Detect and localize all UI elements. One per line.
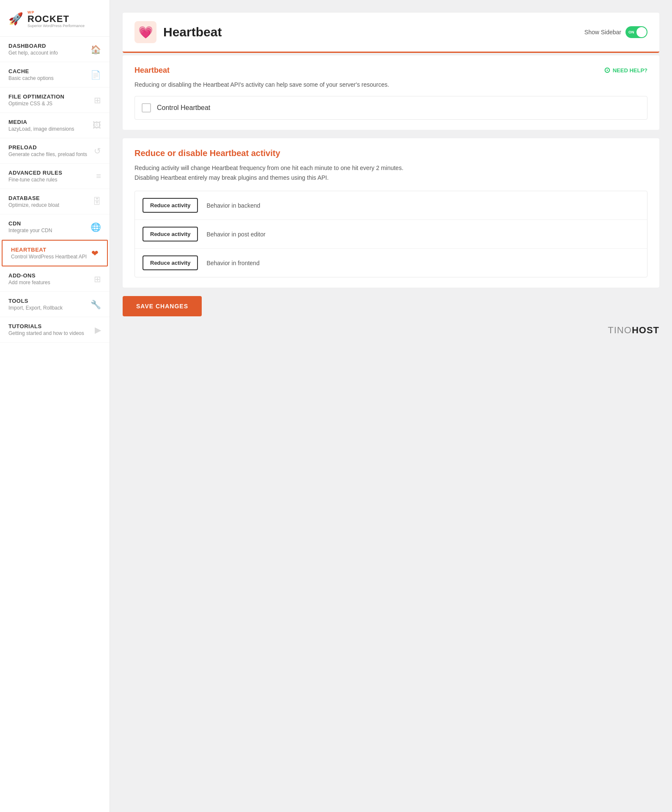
sidebar-item-subtitle-database: Optimize, reduce bloat [8,202,59,208]
sidebar-item-title-preload: PRELOAD [8,144,87,151]
sidebar-item-subtitle-file-optimization: Optimize CSS & JS [8,101,64,107]
sidebar-item-title-file-optimization: FILE OPTIMIZATION [8,93,64,100]
sidebar: 🚀 WP ROCKET Superior WordPress Performan… [0,0,110,812]
sidebar-item-icon-file-optimization: ⊞ [94,95,101,105]
reduce-description: Reducing activity will change Heartbeat … [134,163,647,182]
save-section: SAVE CHANGES [123,296,659,316]
sidebar-item-subtitle-dashboard: Get help, account info [8,50,58,56]
sidebar-item-subtitle-cdn: Integrate your CDN [8,228,52,233]
control-heartbeat-row: Control Heartbeat [134,96,647,120]
sidebar-item-subtitle-tutorials: Getting started and how to videos [8,330,84,336]
tino-text: TINO [608,325,632,335]
sidebar-item-preload[interactable]: PRELOADGenerate cache files, preload fon… [0,138,110,164]
sidebar-item-icon-database: 🗄 [93,197,101,206]
sidebar-item-subtitle-cache: Basic cache options [8,75,54,81]
toggle-switch[interactable]: ON [625,26,647,38]
behavior-table: Reduce activityBehavior in backendReduce… [134,191,647,277]
sidebar-item-subtitle-advanced-rules: Fine-tune cache rules [8,177,62,183]
sidebar-item-icon-heartbeat: ❤ [91,248,99,258]
sidebar-item-heartbeat[interactable]: HEARTBEATControl WordPress Heartbeat API… [2,240,108,266]
toggle-on-label: ON [628,30,634,34]
reduce-section: Reduce or disable Heartbeat activity Red… [123,138,659,288]
sidebar-item-icon-tools: 🔧 [91,299,101,310]
sidebar-toggle-label: Show Sidebar [584,29,621,36]
reduce-desc-line1: Reducing activity will change Heartbeat … [134,165,403,171]
sidebar-item-tools[interactable]: TOOLSImport, Export, Rollback🔧 [0,292,110,317]
help-icon: ⊙ [604,66,610,75]
sidebar-item-subtitle-tools: Import, Export, Rollback [8,305,63,311]
sidebar-item-subtitle-preload: Generate cache files, preload fonts [8,151,87,157]
sidebar-item-icon-add-ons: ⊞ [94,274,101,284]
need-help-button[interactable]: ⊙ NEED HELP? [604,66,647,75]
toggle-knob [636,27,647,37]
behavior-label-2: Behavior in frontend [206,260,259,266]
sidebar-item-file-optimization[interactable]: FILE OPTIMIZATIONOptimize CSS & JS⊞ [0,88,110,113]
logo-tagline: Superior WordPress Performance [27,24,85,28]
host-text: HOST [632,325,659,335]
behavior-label-1: Behavior in post editor [206,231,265,238]
reduce-activity-button-1[interactable]: Reduce activity [143,227,198,241]
behavior-label-0: Behavior in backend [206,202,260,209]
logo-icon: 🚀 [8,13,23,25]
heartbeat-description: Reducing or disabling the Heartbeat API'… [134,80,647,89]
sidebar-item-add-ons[interactable]: ADD-ONSAdd more features⊞ [0,266,110,292]
logo-area: 🚀 WP ROCKET Superior WordPress Performan… [0,0,110,37]
reduce-desc-line2: Disabling Heartbeat entirely may break p… [134,174,329,181]
sidebar-item-subtitle-heartbeat: Control WordPress Heartbeat API [11,254,87,260]
reduce-activity-button-0[interactable]: Reduce activity [143,198,198,213]
page-icon-bg: 💗 [134,21,156,43]
sidebar-item-database[interactable]: DATABASEOptimize, reduce bloat🗄 [0,189,110,214]
sidebar-item-icon-advanced-rules: ≡ [96,171,101,181]
sidebar-item-icon-cache: 📄 [91,70,101,80]
sidebar-item-icon-tutorials: ▶ [95,325,101,335]
sidebar-item-icon-media: 🖼 [93,121,101,130]
sidebar-item-cdn[interactable]: CDNIntegrate your CDN🌐 [0,214,110,240]
tinohost-logo: TINOHOST [123,316,659,340]
sidebar-toggle[interactable]: Show Sidebar ON [584,26,647,38]
reduce-activity-button-2[interactable]: Reduce activity [143,255,198,270]
logo-rocket: ROCKET [27,14,85,24]
sidebar-item-icon-cdn: 🌐 [91,222,101,232]
control-heartbeat-label: Control Heartbeat [157,104,210,112]
main-content: 💗 Heartbeat Show Sidebar ON Heartbeat ⊙ … [110,0,672,812]
nav-items: DASHBOARDGet help, account info🏠CACHEBas… [0,37,110,812]
behavior-row-1: Reduce activityBehavior in post editor [135,220,647,249]
control-heartbeat-checkbox[interactable] [142,103,151,112]
section-header: Heartbeat ⊙ NEED HELP? [134,66,647,75]
save-button[interactable]: SAVE CHANGES [123,296,202,316]
sidebar-item-title-dashboard: DASHBOARD [8,43,58,49]
sidebar-item-icon-preload: ↺ [94,146,101,156]
heartbeat-section-title: Heartbeat [134,66,170,75]
sidebar-item-media[interactable]: MEDIALazyLoad, image dimensions🖼 [0,113,110,138]
sidebar-item-dashboard[interactable]: DASHBOARDGet help, account info🏠 [0,37,110,62]
sidebar-item-title-heartbeat: HEARTBEAT [11,247,87,253]
sidebar-item-advanced-rules[interactable]: ADVANCED RULESFine-tune cache rules≡ [0,164,110,189]
behavior-row-2: Reduce activityBehavior in frontend [135,249,647,277]
sidebar-item-title-media: MEDIA [8,119,74,125]
behavior-row-0: Reduce activityBehavior in backend [135,191,647,220]
sidebar-item-title-tools: TOOLS [8,298,63,304]
page-header: 💗 Heartbeat Show Sidebar ON [123,13,659,53]
sidebar-item-title-advanced-rules: ADVANCED RULES [8,170,62,176]
sidebar-item-title-cache: CACHE [8,68,54,74]
page-title-area: 💗 Heartbeat [134,21,222,43]
page-title: Heartbeat [163,25,222,39]
heartbeat-section: Heartbeat ⊙ NEED HELP? Reducing or disab… [123,55,659,130]
sidebar-item-icon-dashboard: 🏠 [91,44,101,55]
sidebar-item-title-cdn: CDN [8,220,52,227]
sidebar-item-tutorials[interactable]: TUTORIALSGetting started and how to vide… [0,317,110,343]
need-help-label: NEED HELP? [613,67,647,74]
sidebar-item-subtitle-media: LazyLoad, image dimensions [8,126,74,132]
sidebar-item-title-add-ons: ADD-ONS [8,272,50,279]
sidebar-item-cache[interactable]: CACHEBasic cache options📄 [0,62,110,88]
sidebar-item-title-database: DATABASE [8,195,59,201]
sidebar-item-title-tutorials: TUTORIALS [8,323,84,329]
sidebar-item-subtitle-add-ons: Add more features [8,280,50,285]
reduce-section-title: Reduce or disable Heartbeat activity [134,148,647,158]
page-icon: 💗 [138,25,153,39]
